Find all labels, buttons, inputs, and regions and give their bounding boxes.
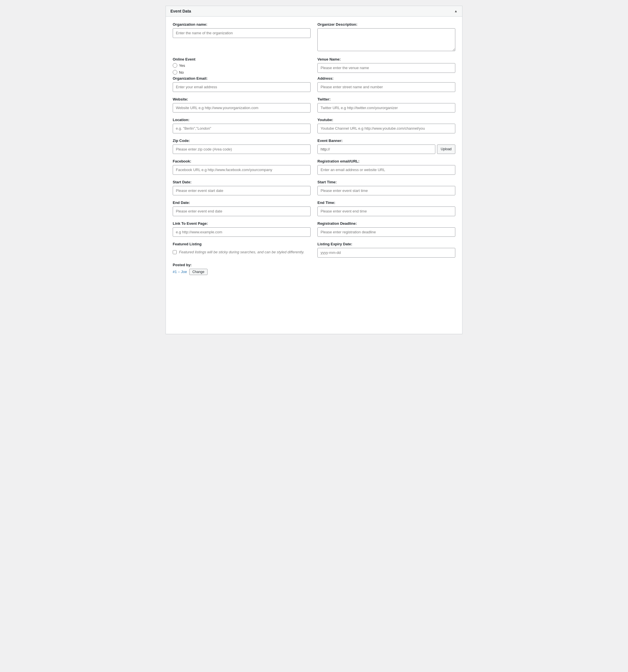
online-event-yes-text: Yes [179, 64, 185, 68]
row-email-address: Organization Email: Address: [173, 76, 455, 92]
row-online-event-venue: Online Event Yes No Venue Name: [173, 57, 455, 75]
location-label: Location: [173, 118, 310, 122]
panel-title: Event Data [170, 9, 191, 14]
col-organizer-description: Organizer Description: [318, 22, 455, 52]
featured-listing-checkbox-row: Featured listings will be sticky during … [173, 249, 310, 255]
panel-toggle-icon[interactable]: ▲ [454, 9, 458, 13]
event-banner-input[interactable] [318, 145, 435, 154]
col-end-time: End Time: [318, 200, 455, 216]
address-label: Address: [318, 76, 455, 80]
organizer-description-textarea[interactable] [318, 28, 455, 51]
event-banner-input-group: Upload [318, 145, 455, 154]
youtube-input[interactable] [318, 124, 455, 134]
col-organization-name: Organization name: [173, 22, 310, 52]
organization-email-label: Organization Email: [173, 76, 310, 80]
online-event-no-text: No [179, 70, 184, 75]
col-listing-expiry-date: Listing Expiry Date: [318, 242, 455, 258]
col-featured-listing: Featured Listing Featured listings will … [173, 242, 310, 258]
row-zipcode-banner: Zip Code: Event Banner: Upload [173, 139, 455, 154]
upload-button[interactable]: Upload [437, 145, 455, 154]
registration-email-url-label: Registration email/URL: [318, 159, 455, 163]
organization-email-input[interactable] [173, 82, 310, 92]
twitter-label: Twitter: [318, 97, 455, 101]
featured-listing-checkbox[interactable] [173, 250, 177, 254]
location-input[interactable] [173, 124, 310, 134]
posted-by-section: Posted by: #1 – Joe Change [173, 263, 455, 275]
row-org-name-description: Organization name: Organizer Description… [173, 22, 455, 52]
row-location-youtube: Location: Youtube: [173, 118, 455, 134]
col-start-date: Start Date: [173, 180, 310, 196]
start-date-label: Start Date: [173, 180, 310, 184]
organization-name-label: Organization name: [173, 22, 310, 27]
link-to-event-page-label: Link To Event Page: [173, 221, 310, 225]
start-time-input[interactable] [318, 186, 455, 196]
twitter-input[interactable] [318, 103, 455, 113]
featured-listing-description: Featured listings will be sticky during … [179, 249, 304, 255]
link-to-event-page-input[interactable] [173, 227, 310, 237]
posted-by-link[interactable]: #1 – Joe [173, 270, 187, 274]
youtube-label: Youtube: [318, 118, 455, 122]
end-time-label: End Time: [318, 200, 455, 205]
panel-header: Event Data ▲ [166, 6, 462, 17]
row-end-date-time: End Date: End Time: [173, 200, 455, 216]
posted-by-label: Posted by: [173, 263, 455, 267]
row-featured-expiry: Featured Listing Featured listings will … [173, 242, 455, 258]
online-event-no-label[interactable]: No [173, 70, 310, 75]
listing-expiry-date-label: Listing Expiry Date: [318, 242, 455, 246]
registration-email-url-input[interactable] [318, 165, 455, 175]
col-link-to-event-page: Link To Event Page: [173, 221, 310, 237]
zip-code-label: Zip Code: [173, 139, 310, 143]
organizer-description-label: Organizer Description: [318, 22, 455, 27]
col-youtube: Youtube: [318, 118, 455, 134]
online-event-yes-radio[interactable] [173, 63, 177, 68]
website-input[interactable] [173, 103, 310, 113]
col-registration-email-url: Registration email/URL: [318, 159, 455, 175]
event-data-panel: Event Data ▲ Organization name: Organize… [166, 6, 462, 334]
venue-name-input[interactable] [318, 63, 455, 73]
facebook-input[interactable] [173, 165, 310, 175]
col-twitter: Twitter: [318, 97, 455, 113]
row-link-deadline: Link To Event Page: Registration Deadlin… [173, 221, 455, 237]
col-website: Website: [173, 97, 310, 113]
col-organization-email: Organization Email: [173, 76, 310, 92]
online-event-label: Online Event [173, 57, 310, 62]
col-event-banner: Event Banner: Upload [318, 139, 455, 154]
registration-deadline-input[interactable] [318, 227, 455, 237]
online-event-no-radio[interactable] [173, 70, 177, 75]
online-event-radio-group: Yes No [173, 63, 310, 75]
col-facebook: Facebook: [173, 159, 310, 175]
col-online-event: Online Event Yes No [173, 57, 310, 75]
online-event-yes-label[interactable]: Yes [173, 63, 310, 68]
col-end-date: End Date: [173, 200, 310, 216]
change-button[interactable]: Change [189, 269, 207, 275]
start-date-input[interactable] [173, 186, 310, 196]
featured-listing-label: Featured Listing [173, 242, 310, 246]
panel-body: Organization name: Organizer Description… [166, 17, 462, 283]
venue-name-label: Venue Name: [318, 57, 455, 62]
facebook-label: Facebook: [173, 159, 310, 163]
organization-name-input[interactable] [173, 28, 310, 38]
row-facebook-registration: Facebook: Registration email/URL: [173, 159, 455, 175]
address-input[interactable] [318, 82, 455, 92]
event-banner-label: Event Banner: [318, 139, 455, 143]
registration-deadline-label: Registration Deadline: [318, 221, 455, 225]
end-date-input[interactable] [173, 207, 310, 216]
row-website-twitter: Website: Twitter: [173, 97, 455, 113]
col-start-time: Start Time: [318, 180, 455, 196]
website-label: Website: [173, 97, 310, 101]
col-address: Address: [318, 76, 455, 92]
col-venue-name: Venue Name: [318, 57, 455, 75]
col-location: Location: [173, 118, 310, 134]
zip-code-input[interactable] [173, 145, 310, 154]
col-registration-deadline: Registration Deadline: [318, 221, 455, 237]
start-time-label: Start Time: [318, 180, 455, 184]
end-time-input[interactable] [318, 207, 455, 216]
listing-expiry-date-input[interactable] [318, 248, 455, 258]
posted-by-value-row: #1 – Joe Change [173, 269, 455, 275]
col-zip-code: Zip Code: [173, 139, 310, 154]
row-start-date-time: Start Date: Start Time: [173, 180, 455, 196]
end-date-label: End Date: [173, 200, 310, 205]
